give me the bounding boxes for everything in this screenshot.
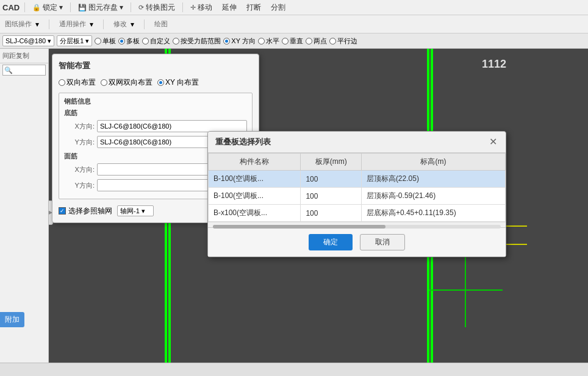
combo2-dropdown[interactable]: 分层板1 ▾ [57,35,92,46]
store-dropdown-icon[interactable]: ▾ [120,3,123,12]
binet-bidir-radio-circle [101,79,107,86]
xy-radio[interactable]: XY 向布置 [157,77,199,88]
extend-button[interactable]: 延伸 [220,1,239,14]
cell-elevation: 层顶标高-0.59(21.46) [361,188,505,205]
separator2 [70,2,71,12]
drawing-ops-label: 图纸操作 [5,20,32,29]
general-ops-dropdown[interactable]: ▾ [90,20,93,29]
interval-copy-label: 间距复制 [2,51,29,60]
radio-horizontal[interactable]: 水平 [258,37,279,46]
axis-checkbox-item[interactable]: ✓ 选择参照轴网 [59,206,112,216]
cancel-button[interactable]: 取消 [360,234,405,250]
combo1-dropdown[interactable]: SLJ-C6@180 ▾ [2,35,54,46]
bottom-rebar-label: 底筋 [64,108,247,118]
top-toolbar: CAD 🔒 锁定 ▾ 💾 图元存盘 ▾ ⟳ 转换图元 ✛ 移动 延伸 打断 分割 [0,0,588,15]
axis-checkbox-label: 选择参照轴网 [68,206,112,216]
radio-two-points-circle [306,38,312,44]
bottom-x-row: X方向: [64,120,247,132]
radio-xy-circle [223,38,230,44]
separator [24,2,25,12]
general-ops-group: 通用操作 ▾ [59,20,93,29]
modify-label: 修改 [113,20,127,29]
interval-copy-item[interactable]: 间距复制 [0,49,48,63]
top-y-label: Y方向: [64,181,95,190]
bottom-x-label: X方向: [64,122,95,131]
col-elevation-header: 标高(m) [361,154,505,171]
bidir-radio[interactable]: 双向布置 [59,77,96,88]
punch-button[interactable]: 打断 [244,1,264,14]
direction-radio-group: XY 方向 水平 垂直 两点 平行边 [223,37,357,46]
xy-radio-label: XY 向布置 [165,77,199,88]
overlap-dialog: 重叠板选择列表 ✕ 构件名称 板厚(mm) 标高(m) B-100(空调板...… [207,131,506,257]
radio-two-points[interactable]: 两点 [306,37,327,46]
drawing-ops-dropdown[interactable]: ▾ [35,20,39,29]
radio-two-points-label: 两点 [314,37,327,46]
store-icon: 💾 [78,4,87,12]
combo1-arrow: ▾ [48,37,51,45]
overlap-scrollbar-thumb[interactable] [213,225,385,229]
col-name-header: 构件名称 [209,154,301,171]
radio-multi-label: 多板 [126,37,140,46]
convert-button[interactable]: ⟳ 转换图元 [136,1,177,14]
overlap-scrollbar[interactable] [213,225,501,229]
move-label: 移动 [198,2,212,13]
top-x-label: X方向: [64,165,95,174]
general-ops-label: 通用操作 [59,20,86,29]
radio-parallel[interactable]: 平行边 [329,37,357,46]
axis-net-dropdown[interactable]: 轴网-1 ▾ [117,205,154,216]
lock-icon: 🔒 [32,4,41,12]
cell-thickness: 100 [301,188,361,205]
sep7 [144,20,145,29]
convert-label: 转换图元 [146,2,175,13]
cell-name: B-100(空调板... [209,188,301,205]
binet-bidir-radio[interactable]: 双网双向布置 [101,77,152,88]
radio-vertical[interactable]: 垂直 [282,37,303,46]
radio-force[interactable]: 按受力筋范围 [173,37,221,46]
table-row[interactable]: B-100(空调板... 100 层顶标高(22.05) [209,171,506,188]
overlap-scroll-area[interactable] [208,222,506,227]
add-float-button[interactable]: 附加 [0,312,24,327]
element-store-button[interactable]: 💾 图元存盘 ▾ [76,1,126,14]
cad-cross-h [429,289,503,291]
drawing-ops-group: 图纸操作 ▾ [5,20,39,29]
overlap-close-button[interactable]: ✕ [488,137,498,147]
bottom-x-input[interactable] [97,120,247,132]
modify-dropdown[interactable]: ▾ [131,20,134,29]
overlap-title: 重叠板选择列表 [215,137,271,147]
radio-xy[interactable]: XY 方向 [223,37,256,46]
table-row[interactable]: B-x100(空调板... 100 层底标高+0.45+0.11(19.35) [209,205,506,222]
lock-dropdown-icon[interactable]: ▾ [59,3,63,12]
split-label: 分割 [271,2,285,13]
radio-parallel-circle [329,38,336,44]
checkbox-check-icon: ✓ [60,208,65,214]
radio-xy-label: XY 方向 [231,37,256,46]
radio-single[interactable]: 单板 [95,37,116,46]
split-button[interactable]: 分割 [268,1,288,14]
radio-horizontal-label: 水平 [266,37,279,46]
sep5 [49,20,49,29]
smart-dialog-title: 智能布置 [59,60,253,71]
radio-multi[interactable]: 多板 [118,37,140,46]
layout-mode-radios: 双向布置 双网双向布置 XY 向布置 [59,77,253,88]
convert-icon: ⟳ [138,4,144,12]
search-input[interactable] [2,65,46,76]
radio-vertical-label: 垂直 [290,37,303,46]
cad-number-2: 1112 [482,58,506,71]
move-icon: ✛ [190,4,196,12]
separator3 [131,2,131,12]
radio-single-label: 单板 [102,37,116,46]
mode-radio-group: 单板 多板 自定义 按受力筋范围 [95,37,221,46]
separator4 [182,2,183,12]
cell-elevation: 层底标高+0.45+0.11(19.35) [361,205,505,222]
lock-label: 锁定 [43,2,57,13]
axis-checkbox[interactable]: ✓ [59,207,66,215]
combo1-value: SLJ-C6@180 [5,37,46,44]
col-thickness-header: 板厚(mm) [301,154,361,171]
overlap-table: 构件名称 板厚(mm) 标高(m) B-100(空调板... 100 层顶标高(… [208,153,506,222]
table-row[interactable]: B-100(空调板... 100 层顶标高-0.59(21.46) [209,188,506,205]
move-button[interactable]: ✛ 移动 [188,1,215,14]
radio-custom[interactable]: 自定义 [142,37,170,46]
cell-thickness: 100 [301,171,361,188]
lock-button[interactable]: 🔒 锁定 ▾ [30,1,65,14]
confirm-button[interactable]: 确定 [309,234,353,250]
